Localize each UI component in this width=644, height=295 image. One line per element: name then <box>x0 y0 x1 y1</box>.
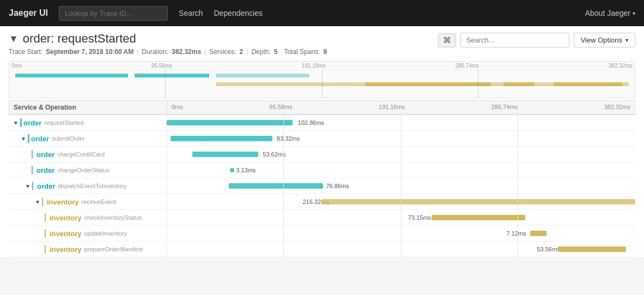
service-name: order <box>23 119 41 127</box>
operation-name: dispatchEventToInventory <box>58 183 126 189</box>
view-options-button[interactable]: View Options ▾ <box>574 33 635 47</box>
service-name: order <box>37 182 55 190</box>
service-name: order <box>31 135 49 143</box>
row-toggle[interactable]: ▼ <box>25 183 31 189</box>
total-spans-label: Total Spans: <box>284 48 320 56</box>
row-service-col[interactable]: inventory updateInventory <box>9 226 167 241</box>
dependencies-nav-link[interactable]: Dependencies <box>214 9 263 17</box>
table-row: inventory prepareOrderManifest 53.56ms <box>9 242 635 257</box>
ruler-label-2: 191.16ms <box>302 63 326 69</box>
operation-name: requestStarted <box>44 119 83 126</box>
trace-title-toggle[interactable]: ▼ <box>9 33 19 45</box>
col-label-4: 382.32ms <box>604 104 630 111</box>
row-service-col[interactable]: ▼ order dispatchEventToInventory <box>9 178 167 194</box>
trace-start-value: September 7, 2018 10:00 AM <box>46 48 133 56</box>
row-service-col[interactable]: inventory prepareOrderManifest <box>9 242 167 257</box>
services-value: 2 <box>240 48 244 56</box>
row-service-col[interactable]: ▼ order requestStarted <box>9 115 167 130</box>
timeline-overview: 0ms 95.58ms 191.16ms 286.74ms 382.32ms <box>9 61 635 98</box>
col-label-0: 0ms <box>172 104 183 111</box>
table-row: ▼ order requestStarted 102.86ms <box>9 115 635 131</box>
service-name: inventory <box>50 245 82 254</box>
about-menu[interactable]: About Jaeger ▾ <box>585 9 635 17</box>
table-row: ▼ order submitOrder 83.32ms <box>9 131 635 147</box>
operation-name: changeOrderStatus <box>57 167 109 173</box>
ruler-label-1: 95.58ms <box>151 63 172 69</box>
duration-label: Duration: <box>142 48 168 56</box>
keyboard-shortcut-button[interactable]: ⌘ <box>438 33 456 47</box>
brand-logo: Jaeger UI <box>9 8 48 18</box>
service-name: inventory <box>47 198 79 206</box>
col-label-1: 95.58ms <box>269 104 292 111</box>
ruler-label-4: 382.32ms <box>609 63 633 69</box>
chevron-down-icon: ▾ <box>633 10 635 16</box>
col-label-2: 191.16ms <box>379 104 405 111</box>
span-search-input[interactable] <box>460 33 569 47</box>
table-row: order chargeCreditCard 53.62ms <box>9 147 635 162</box>
search-nav-link[interactable]: Search <box>179 9 203 17</box>
depth-label: Depth: <box>251 48 270 56</box>
chevron-down-icon: ▾ <box>625 37 628 43</box>
service-name: inventory <box>50 230 82 238</box>
about-label: About Jaeger <box>585 9 630 17</box>
service-name: order <box>37 166 54 174</box>
row-toggle[interactable]: ▼ <box>35 199 40 205</box>
row-service-col[interactable]: order changeOrderStatus <box>9 162 167 178</box>
row-toggle[interactable]: ▼ <box>21 136 26 142</box>
operation-name: updateInventory <box>84 230 127 237</box>
ruler-label-3: 286.74ms <box>455 63 479 69</box>
total-spans-value: 9 <box>323 48 327 56</box>
operation-name: chargeCreditCard <box>57 151 105 158</box>
row-service-col[interactable]: order chargeCreditCard <box>9 147 167 162</box>
row-service-col[interactable]: inventory checkInventoryStatus <box>9 210 167 225</box>
sep2: | <box>204 48 206 56</box>
table-row: order changeOrderStatus 3.13ms <box>9 162 635 178</box>
row-service-col[interactable]: ▼ inventory receiveEvent <box>9 194 167 209</box>
table-row: inventory checkInventoryStatus 73.15ms <box>9 210 635 226</box>
operation-name: submitOrder <box>52 135 85 142</box>
depth-value: 5 <box>274 48 278 56</box>
sep1: | <box>137 48 138 56</box>
sep3: | <box>246 48 248 56</box>
col-label-3: 286.74ms <box>491 104 518 111</box>
service-op-header: Service & Operation <box>9 101 167 114</box>
trace-start-label: Trace Start: <box>9 48 42 56</box>
ruler-label-0: 0ms <box>11 63 22 69</box>
services-label: Services: <box>209 48 236 56</box>
trace-title: order: requestStarted <box>23 32 136 46</box>
table-row: ▼ order dispatchEventToInventory 76.86ms <box>9 178 635 194</box>
table-row: ▼ inventory receiveEvent 216.32ms <box>9 194 635 210</box>
service-name: order <box>37 150 54 159</box>
duration-value: 382.32ms <box>172 48 201 56</box>
service-name: inventory <box>50 214 82 222</box>
row-toggle[interactable]: ▼ <box>13 120 19 126</box>
row-service-col[interactable]: ▼ order submitOrder <box>9 131 167 146</box>
operation-name: receiveEvent <box>82 198 117 205</box>
operation-name: checkInventoryStatus <box>84 214 142 221</box>
trace-lookup-input[interactable] <box>59 6 168 21</box>
operation-name: prepareOrderManifest <box>84 246 143 252</box>
table-row: inventory updateInventory 7.12ms <box>9 226 635 242</box>
